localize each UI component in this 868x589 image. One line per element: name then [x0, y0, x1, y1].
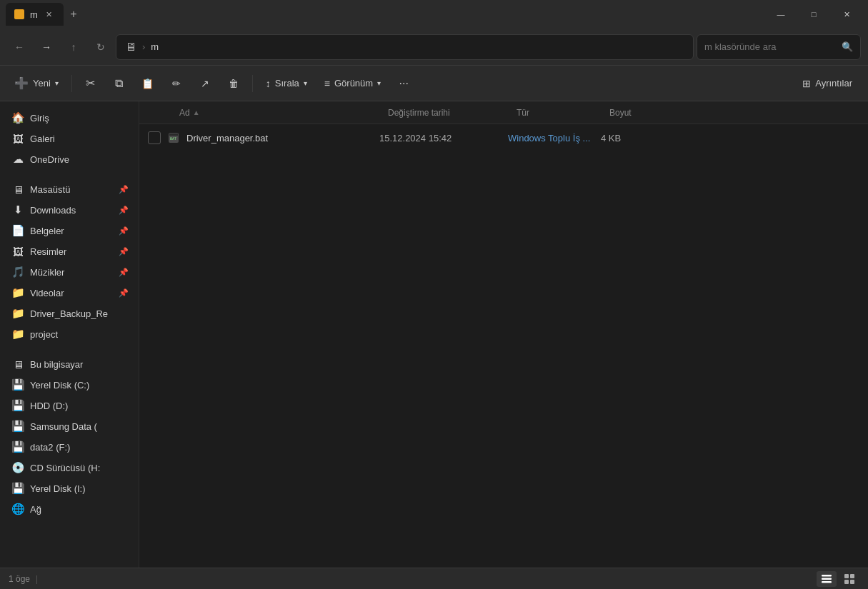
details-button[interactable]: ⊞ Ayrıntılar — [794, 71, 861, 96]
delete-button[interactable]: 🗑 — [221, 71, 246, 96]
tab-folder-icon — [14, 9, 24, 19]
active-tab[interactable]: m ✕ — [6, 3, 64, 26]
sidebar-item-resimler[interactable]: 🖼 Resimler 📌 — [3, 241, 136, 261]
new-tab-button[interactable]: + — [64, 4, 84, 24]
title-bar: m ✕ + — □ ✕ — [0, 0, 868, 29]
new-label: Yeni — [33, 78, 51, 89]
sidebar-item-cd[interactable]: 💿 CD Sürücüsü (H: — [3, 458, 136, 478]
sidebar-label-data2: data2 (F:) — [30, 442, 70, 453]
item-count: 1 öge — [9, 574, 30, 584]
sidebar-item-samsung[interactable]: 💾 Samsung Data ( — [3, 416, 136, 436]
col-header-name[interactable]: Ad ▲ — [159, 108, 388, 118]
address-separator: › — [142, 41, 145, 52]
cut-button[interactable]: ✂ — [78, 71, 104, 96]
svg-rect-7 — [850, 574, 854, 578]
window-controls: — □ ✕ — [765, 3, 862, 26]
grid-view-button[interactable] — [839, 571, 859, 587]
sidebar-label-samsung: Samsung Data ( — [30, 421, 97, 432]
list-view-button[interactable] — [817, 571, 837, 587]
svg-rect-9 — [850, 580, 854, 584]
copy-button[interactable]: ⧉ — [106, 71, 132, 96]
tab-close-button[interactable]: ✕ — [44, 9, 55, 20]
svg-rect-8 — [844, 580, 849, 584]
sidebar-item-this-pc[interactable]: 🖥 Bu bilgisayar — [3, 354, 136, 374]
maximize-button[interactable]: □ — [798, 3, 829, 26]
sidebar-label-masaustu: Masaüstü — [30, 184, 70, 195]
sidebar-item-galeri[interactable]: 🖼 Galeri — [3, 129, 136, 148]
svg-rect-5 — [822, 581, 832, 583]
sidebar-item-muzikler[interactable]: 🎵 Müzikler 📌 — [3, 262, 136, 282]
sidebar-item-data2[interactable]: 💾 data2 (F:) — [3, 437, 136, 457]
file-date: 15.12.2024 15:42 — [379, 133, 508, 144]
sidebar-label-muzikler: Müzikler — [30, 267, 64, 278]
file-checkbox[interactable] — [148, 131, 161, 144]
sidebar-item-local-c[interactable]: 💾 Yerel Disk (C:) — [3, 375, 136, 395]
main-content: 🏠 Giriş 🖼 Galeri ☁ OneDrive 🖥 Masaüstü 📌… — [0, 101, 868, 568]
col-header-size[interactable]: Boyut — [609, 108, 667, 118]
rename-button[interactable]: ✏ — [164, 71, 189, 96]
sidebar-item-masaustu[interactable]: 🖥 Masaüstü 📌 — [3, 179, 136, 199]
refresh-button[interactable]: ↻ — [89, 35, 113, 59]
back-button[interactable]: ← — [7, 35, 31, 59]
col-name-label: Ad — [179, 108, 190, 118]
disk-c-icon: 💾 — [11, 378, 24, 391]
sidebar-item-videolar[interactable]: 📁 Videolar 📌 — [3, 283, 136, 303]
home-icon: 🏠 — [11, 111, 24, 124]
tab-title: m — [30, 9, 38, 20]
file-size: 4 KB — [601, 133, 658, 144]
new-icon: ➕ — [14, 76, 29, 90]
pin-icon-resimler: 📌 — [119, 247, 129, 256]
sidebar-label-local-i: Yerel Disk (I:) — [30, 483, 86, 494]
samsung-icon: 💾 — [11, 420, 24, 433]
sort-button[interactable]: ↕ Sırala ▾ — [259, 71, 314, 96]
svg-rect-6 — [844, 574, 849, 578]
paste-button[interactable]: 📋 — [135, 71, 161, 96]
sort-chevron-icon: ▾ — [304, 79, 307, 87]
sidebar-label-videolar: Videolar — [30, 288, 64, 298]
view-button[interactable]: ≡ Görünüm ▾ — [317, 71, 388, 96]
sidebar-item-downloads[interactable]: ⬇ Downloads 📌 — [3, 200, 136, 220]
more-button[interactable]: ··· — [391, 71, 416, 96]
status-bar: 1 öge | — [0, 568, 868, 589]
bat-file-icon: BAT — [166, 131, 181, 145]
sidebar-item-hdd-d[interactable]: 💾 HDD (D:) — [3, 396, 136, 416]
table-row[interactable]: BAT Driver_manager.bat 15.12.2024 15:42 … — [142, 125, 865, 151]
col-header-date[interactable]: Değiştirme tarihi — [388, 108, 517, 118]
download-icon: ⬇ — [11, 203, 24, 216]
svg-text:BAT: BAT — [170, 136, 176, 141]
close-button[interactable]: ✕ — [831, 3, 862, 26]
address-monitor-icon: 🖥 — [125, 41, 136, 54]
sidebar-item-local-i[interactable]: 💾 Yerel Disk (I:) — [3, 478, 136, 498]
up-button[interactable]: ↑ — [61, 35, 86, 59]
view-chevron-icon: ▾ — [377, 79, 381, 87]
share-button[interactable]: ↗ — [192, 71, 218, 96]
sidebar-item-onedrive[interactable]: ☁ OneDrive — [3, 149, 136, 169]
sidebar-label-downloads: Downloads — [30, 205, 76, 216]
minimize-button[interactable]: — — [765, 3, 797, 26]
pin-icon-belgeler: 📌 — [119, 226, 129, 236]
sidebar-item-ag[interactable]: 🌐 Ağ — [3, 499, 136, 519]
search-input[interactable] — [704, 41, 836, 52]
sidebar-item-belgeler[interactable]: 📄 Belgeler 📌 — [3, 221, 136, 241]
address-bar[interactable]: 🖥 › m — [116, 34, 694, 60]
svg-rect-4 — [822, 578, 832, 580]
file-header: Ad ▲ Değiştirme tarihi Tür Boyut — [139, 101, 868, 124]
sidebar-item-driver-backup[interactable]: 📁 Driver_Backup_Re — [3, 303, 136, 323]
documents-icon: 📄 — [11, 224, 24, 237]
sidebar-item-giris[interactable]: 🏠 Giriş — [3, 108, 136, 128]
svg-rect-1 — [169, 134, 178, 136]
sidebar-gap-1 — [0, 170, 139, 178]
pin-icon-downloads: 📌 — [119, 206, 129, 215]
new-button[interactable]: ➕ Yeni ▾ — [7, 71, 66, 96]
col-header-type[interactable]: Tür — [517, 108, 609, 118]
search-bar[interactable]: 🔍 — [697, 34, 861, 60]
separator-1 — [71, 75, 72, 92]
sort-label: Sırala — [275, 78, 299, 89]
cloud-icon: ☁ — [11, 153, 24, 166]
sidebar-item-project[interactable]: 📁 project — [3, 324, 136, 344]
sidebar-label-this-pc: Bu bilgisayar — [30, 359, 83, 370]
new-chevron-icon: ▾ — [55, 79, 59, 87]
cd-icon: 💿 — [11, 461, 24, 474]
this-pc-icon: 🖥 — [11, 358, 24, 371]
forward-button[interactable]: → — [34, 35, 59, 59]
